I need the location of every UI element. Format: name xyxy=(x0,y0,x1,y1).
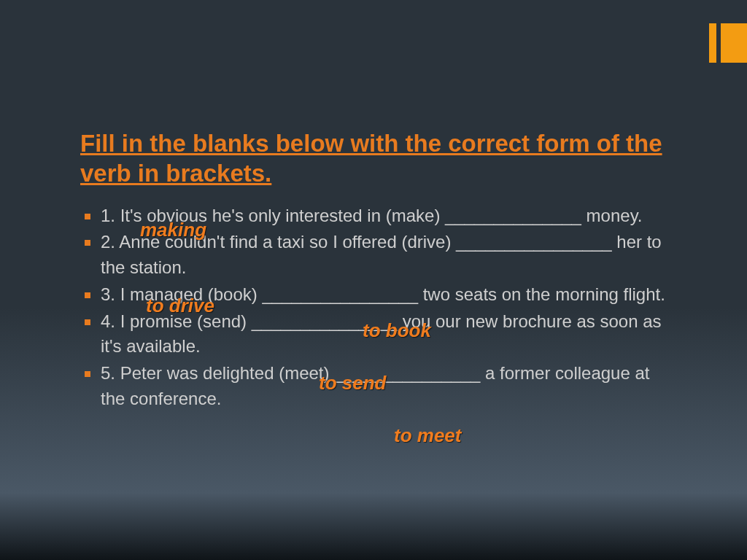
corner-decoration xyxy=(709,23,747,63)
list-item: 1. It's obvious he's only interested in … xyxy=(80,203,678,229)
slide-title: Fill in the blanks below with the correc… xyxy=(80,128,678,189)
deco-bar-thin xyxy=(709,23,716,63)
deco-bar-thick xyxy=(721,23,747,63)
list-item: 2. Anne couldn't find a taxi so I offere… xyxy=(80,230,678,281)
slide-content: Fill in the blanks below with the correc… xyxy=(80,128,678,413)
list-item: 5. Peter was delighted (meet) __________… xyxy=(80,361,678,412)
list-item: 4. I promise (send) _______________ you … xyxy=(80,309,678,360)
answer-overlay: to meet xyxy=(394,424,461,447)
exercise-list: 1. It's obvious he's only interested in … xyxy=(80,203,678,412)
list-item: 3. I managed (book) ________________ two… xyxy=(80,282,678,308)
